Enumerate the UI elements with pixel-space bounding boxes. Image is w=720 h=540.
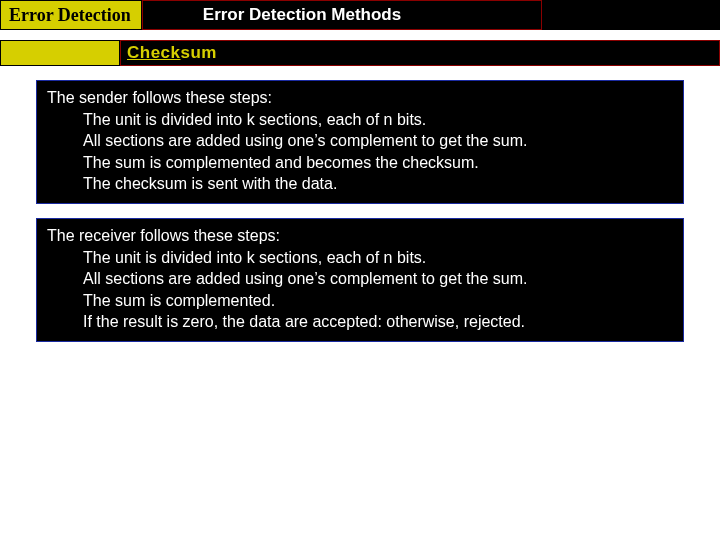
sender-item: The unit is divided into k sections, eac…: [47, 109, 673, 131]
receiver-item: All sections are added using one’s compl…: [47, 268, 673, 290]
sender-lead: The sender follows these steps:: [47, 87, 673, 109]
subheader-main: Checksum: [120, 40, 720, 66]
subheader-label-rest: sum: [181, 43, 217, 62]
receiver-lead: The receiver follows these steps:: [47, 225, 673, 247]
subheader-strip: Checksum: [0, 40, 720, 66]
sender-box: The sender follows these steps: The unit…: [36, 80, 684, 204]
receiver-item: The unit is divided into k sections, eac…: [47, 247, 673, 269]
receiver-box: The receiver follows these steps: The un…: [36, 218, 684, 342]
subheader-label: Checksum: [127, 43, 217, 63]
receiver-item: The sum is complemented.: [47, 290, 673, 312]
top-main-title: Error Detection Methods: [142, 0, 542, 30]
receiver-item: If the result is zero, the data are acce…: [47, 311, 673, 333]
sender-item: The checksum is sent with the data.: [47, 173, 673, 195]
subheader-label-first: Check: [127, 43, 181, 62]
top-bar: Error Detection Error Detection Methods: [0, 0, 720, 30]
sender-item: The sum is complemented and becomes the …: [47, 152, 673, 174]
sender-item: All sections are added using one’s compl…: [47, 130, 673, 152]
subheader-accent: [0, 40, 120, 66]
top-left-title: Error Detection: [0, 0, 142, 30]
